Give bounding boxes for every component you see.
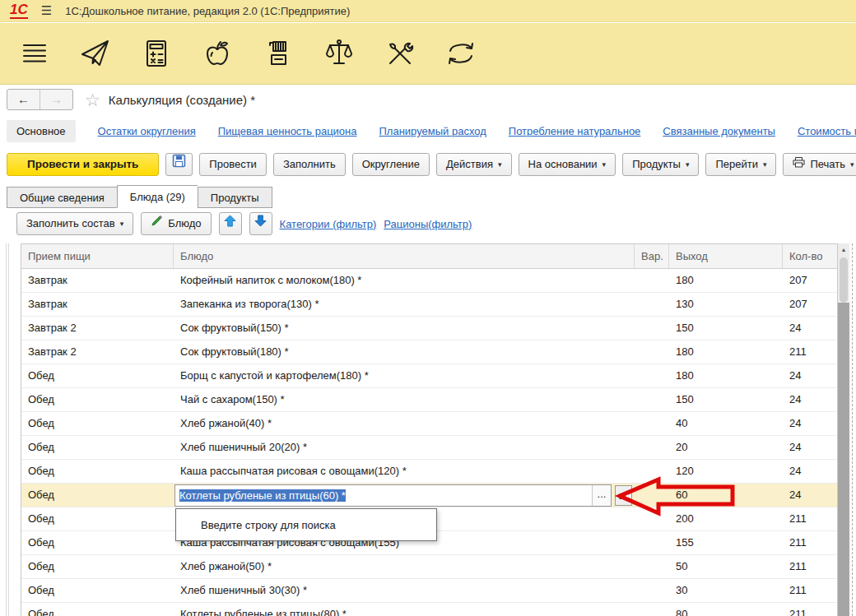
dish-cell-editing: Котлеты рубленые из птицы(60) *...	[174, 484, 635, 507]
dish-cell: Кофейный напиток с молоком(180) *	[174, 269, 635, 292]
left-splitter[interactable]	[6, 243, 9, 616]
printer-icon	[793, 154, 805, 175]
right-splitter[interactable]	[852, 243, 853, 616]
column-header-meal[interactable]: Прием пищи	[21, 244, 174, 268]
move-down-button[interactable]	[249, 212, 272, 235]
table-row[interactable]: Завтрак 2Сок фруктовый(150) *15024	[21, 317, 837, 340]
meal-cell: Обед	[21, 603, 174, 616]
favorite-star-icon[interactable]: ☆	[85, 91, 100, 109]
pencil-icon	[151, 213, 163, 234]
calculator-icon[interactable]	[138, 35, 174, 72]
column-header-output[interactable]: Выход	[669, 244, 783, 268]
variant-cell	[635, 603, 669, 616]
open-button[interactable]	[615, 485, 632, 506]
scales-icon[interactable]	[321, 35, 357, 72]
variant-cell	[635, 555, 669, 578]
chevron-down-icon: ▾	[850, 161, 854, 169]
scroll-up-icon[interactable]: ▲	[838, 243, 849, 256]
menu-icon[interactable]	[16, 35, 53, 72]
tab-products[interactable]: Продукты	[198, 187, 272, 208]
qty-cell: 211	[783, 603, 837, 616]
output-cell: 180	[669, 269, 783, 292]
dishes-table: Прием пищи Блюдо Вар. Выход Кол-во Завтр…	[21, 243, 838, 616]
move-up-button[interactable]	[219, 212, 242, 235]
tab-general-info[interactable]: Общие сведения	[7, 187, 117, 208]
search-dropdown[interactable]: Введите строку для поиска	[175, 508, 437, 541]
products-icon[interactable]	[260, 35, 296, 72]
scrollbar-shaded-area[interactable]	[838, 303, 849, 616]
vertical-scrollbar[interactable]: ▲	[838, 243, 849, 616]
apple-icon[interactable]	[199, 35, 235, 72]
variant-cell	[635, 317, 669, 340]
document-tabs: Общие сведения Блюда (29) Продукты	[7, 185, 272, 208]
actions-menu-button[interactable]: Действия▾	[436, 153, 512, 176]
choose-button[interactable]: ...	[592, 485, 611, 506]
table-row[interactable]: ОбедКотлеты рубленые из птицы(80) *80211	[21, 603, 837, 616]
section-link-food-cost[interactable]: Стоимость питания	[798, 125, 856, 137]
output-cell: 200	[669, 507, 783, 530]
dish-cell: Хлеб ржаной(50) *	[174, 555, 635, 578]
table-row[interactable]: ОбедБорщ с капустой и картофелем(180) *1…	[21, 364, 837, 388]
section-link-nutrition-value[interactable]: Пищевая ценность рациона	[218, 125, 357, 137]
back-button[interactable]: ←	[7, 90, 40, 109]
titlebar-menu-icon[interactable]: ☰	[41, 3, 52, 18]
output-cell: 150	[669, 388, 783, 411]
based-on-menu-button[interactable]: На основании▾	[519, 153, 616, 176]
dish-cell: Котлеты рубленые из птицы(80) *	[174, 603, 635, 616]
forward-button[interactable]: →	[40, 90, 72, 109]
output-cell: 80	[669, 603, 783, 616]
table-row[interactable]: ЗавтракКофейный напиток с молоком(180) *…	[21, 269, 837, 293]
meal-cell: Обед	[21, 531, 174, 554]
table-row[interactable]: ОбедХлеб ржаной(50) *50211	[21, 555, 837, 579]
send-icon[interactable]	[77, 35, 114, 72]
table-row[interactable]: ОбедХлеб пшеничный 20(20) *2024	[21, 436, 837, 460]
goto-menu-button[interactable]: Перейти▾	[705, 153, 776, 176]
table-row[interactable]: ОбедЧай с сахаром(150) *15024	[21, 388, 837, 412]
qty-cell: 207	[783, 293, 837, 316]
categories-filter-link[interactable]: Категории (фильтр)	[280, 218, 377, 230]
variant-cell	[635, 484, 669, 507]
table-row[interactable]: ОбедХлеб пшеничный 30(30) *30211	[21, 579, 837, 603]
tools-icon[interactable]	[382, 35, 418, 72]
edit-dish-button[interactable]: Блюдо	[141, 212, 211, 235]
meal-cell: Обед	[21, 460, 174, 483]
print-menu-button[interactable]: Печать▾	[783, 153, 856, 176]
section-link-natural-consumption[interactable]: Потребление натуральное	[509, 125, 641, 137]
dish-cell: Сок фруктовый(180) *	[174, 340, 635, 364]
output-cell: 120	[669, 460, 783, 483]
post-button[interactable]: Провести	[199, 153, 267, 176]
output-cell: 130	[669, 293, 783, 316]
column-header-qty[interactable]: Кол-во	[783, 244, 837, 268]
table-row[interactable]: ЗавтракЗапеканка из творога(130) *130207	[21, 293, 837, 317]
fill-button[interactable]: Заполнить	[273, 153, 346, 176]
output-cell: 40	[669, 412, 783, 435]
table-row[interactable]: ОбедКаша рассыпчатая рисовая с овощами(1…	[21, 460, 837, 484]
fill-composition-menu-button[interactable]: Заполнить состав▾	[16, 212, 133, 235]
products-menu-button[interactable]: Продукты▾	[622, 153, 699, 176]
chevron-down-icon: ▾	[686, 161, 690, 169]
rounding-button[interactable]: Округление	[352, 153, 430, 176]
table-row[interactable]: ОбедХлеб ржаной(40) *4024	[21, 412, 837, 436]
column-header-variant[interactable]: Вар.	[635, 244, 669, 268]
app-toolbar	[0, 23, 856, 85]
variant-cell	[635, 412, 669, 435]
rations-filter-link[interactable]: Рационы(фильтр)	[384, 218, 472, 230]
table-row-selected[interactable]: ОбедКотлеты рубленые из птицы(60) *...60…	[21, 484, 837, 507]
dish-cell: Каша рассыпчатая рисовая с овощами(120) …	[174, 460, 635, 483]
section-tab-main[interactable]: Основное	[7, 120, 76, 142]
table-row[interactable]: Завтрак 2Сок фруктовый(180) *180211	[21, 340, 837, 364]
save-button[interactable]	[165, 153, 193, 176]
exchange-icon[interactable]	[443, 35, 479, 72]
column-header-dish[interactable]: Блюдо	[174, 244, 635, 268]
chevron-down-icon: ▾	[498, 161, 502, 169]
qty-cell: 24	[783, 317, 837, 340]
section-link-related-documents[interactable]: Связанные документы	[663, 125, 775, 137]
search-hint-text: Введите строку для поиска	[201, 519, 336, 531]
section-link-planned-expense[interactable]: Планируемый расход	[379, 125, 486, 137]
scrollbar-thumb[interactable]	[840, 257, 848, 303]
dish-editor-field[interactable]: Котлеты рубленые из птицы(60) *...	[174, 484, 612, 507]
section-link-rounding-leftovers[interactable]: Остатки округления	[98, 125, 196, 137]
post-and-close-button[interactable]: Провести и закрыть	[7, 153, 159, 176]
qty-cell: 211	[783, 340, 837, 364]
tab-dishes[interactable]: Блюда (29)	[117, 185, 198, 208]
